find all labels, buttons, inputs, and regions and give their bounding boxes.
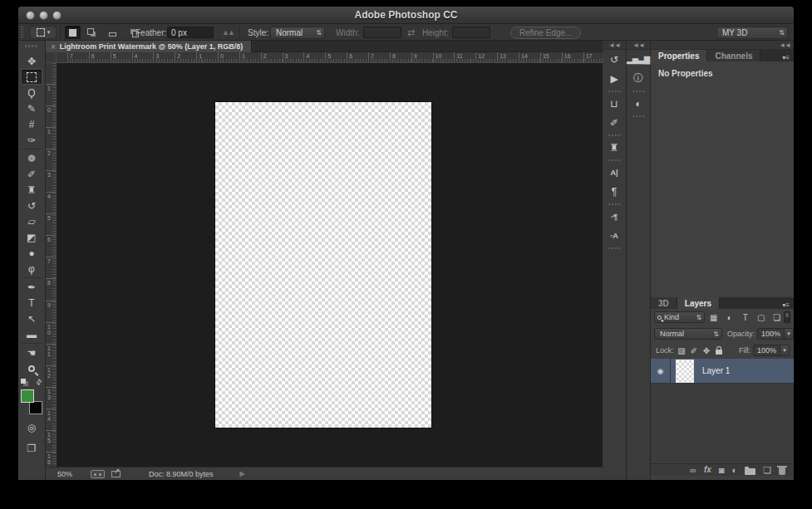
layer-row[interactable]: ◉Layer 1 [651, 359, 794, 384]
title-bar[interactable]: Adobe Photoshop CC [18, 7, 794, 24]
filter-smart-objects-icon[interactable]: ❏ [770, 311, 784, 323]
dock-column-1-header[interactable]: ◄◄ [603, 41, 626, 50]
options-bar-grip[interactable] [21, 27, 23, 38]
brush-tool[interactable]: ✐ [21, 166, 42, 182]
dock-group-grip[interactable] [603, 88, 626, 94]
shape-tool[interactable]: ▬ [21, 326, 42, 342]
fill-field[interactable]: 100% ▼ [753, 345, 790, 356]
dock-group-grip[interactable] [603, 201, 626, 207]
filter-type-layers-icon[interactable]: T [738, 311, 752, 323]
blend-mode-dropdown[interactable]: Normal ⇅ [654, 328, 722, 340]
layer-name[interactable]: Layer 1 [702, 366, 730, 375]
new-layer-icon[interactable]: ❏ [763, 466, 771, 475]
chevron-down-icon[interactable]: ▼ [784, 329, 793, 339]
background-color-swatch[interactable] [29, 401, 42, 414]
eraser-tool[interactable]: ▱ [21, 213, 42, 229]
dock-group-grip[interactable] [603, 157, 626, 163]
lock-all-icon[interactable] [713, 345, 726, 356]
layer-filter-toggle[interactable] [784, 311, 790, 323]
document-tab[interactable]: × Lightroom Print Watermark @ 50% (Layer… [46, 41, 252, 52]
histogram-panel-icon[interactable]: ▂▅▃▇ [627, 50, 650, 69]
history-brush-tool[interactable]: ↺ [21, 198, 42, 213]
tab-properties[interactable]: Properties [651, 50, 707, 61]
delete-layer-icon[interactable] [779, 465, 785, 475]
canvas[interactable] [215, 102, 431, 428]
foreground-color-swatch[interactable] [21, 389, 34, 403]
dock-group-grip[interactable] [603, 132, 626, 138]
quick-mask-button[interactable]: ◎ [21, 419, 42, 435]
add-to-selection-button[interactable] [85, 26, 101, 39]
dock-column-2-header[interactable]: ◄◄ [627, 41, 650, 50]
toolbar-grip[interactable] [25, 45, 38, 47]
lock-position-icon[interactable]: ✥ [701, 345, 713, 356]
camera-status-icon[interactable] [91, 470, 105, 478]
tab-3d[interactable]: 3D [651, 297, 677, 309]
healing-brush-tool[interactable]: ❁ [21, 150, 42, 166]
pen-tool[interactable]: ✒ [21, 279, 42, 295]
add-layer-mask-icon[interactable]: ◙ [719, 466, 725, 475]
tab-channels[interactable]: Channels [707, 50, 760, 61]
type-tool[interactable]: T [21, 295, 42, 311]
new-selection-button[interactable] [65, 26, 81, 39]
brush-presets-panel-icon[interactable]: ⊔ [603, 94, 626, 113]
tab-layers[interactable]: Layers [677, 297, 720, 309]
panel-menu-icon[interactable]: ▾≡ [782, 54, 794, 61]
link-layers-icon[interactable]: ∞ [690, 466, 696, 475]
layer-effects-icon[interactable]: fx [704, 466, 711, 474]
rectangular-marquee-tool[interactable] [21, 69, 42, 85]
workspace-dropdown[interactable]: MY 3D ⇅ [716, 24, 788, 41]
info-panel-icon[interactable]: ⓘ [627, 69, 650, 88]
canvas-viewport[interactable] [57, 63, 603, 467]
layer-thumbnail[interactable] [676, 360, 694, 383]
new-group-icon[interactable] [745, 466, 755, 475]
panel-menu-icon[interactable]: ▾≡ [782, 301, 794, 309]
ruler-corner[interactable] [46, 52, 57, 63]
move-tool[interactable]: ✥ [21, 53, 42, 69]
gradient-tool[interactable]: ◩ [21, 229, 42, 245]
swap-colors-icon[interactable]: ⇄ [34, 377, 44, 387]
close-icon[interactable]: × [51, 42, 56, 51]
lasso-tool[interactable]: Ϙ [21, 85, 42, 100]
path-selection-tool[interactable]: ↖ [21, 311, 42, 326]
width-input[interactable] [363, 27, 401, 38]
brush-settings-panel-icon[interactable]: ✐ [603, 113, 626, 132]
dodge-tool[interactable]: φ [21, 261, 42, 277]
panel-dock-header[interactable]: ◄◄ [651, 41, 794, 50]
character-panel-icon[interactable]: A| [603, 163, 626, 182]
quick-selection-tool[interactable]: ✎ [21, 100, 42, 116]
refine-edge-button[interactable]: Refine Edge... [510, 27, 581, 39]
lock-transparency-icon[interactable]: ▨ [676, 345, 688, 356]
opacity-field[interactable]: 100% ▼ [757, 328, 794, 340]
filter-shape-layers-icon[interactable]: ▢ [754, 311, 768, 323]
character-styles-panel-icon[interactable]: ▫¶ [603, 207, 626, 226]
clone-source-panel-icon[interactable]: ♜ [603, 138, 626, 157]
blur-tool[interactable]: ● [21, 245, 42, 261]
filter-pixel-layers-icon[interactable]: ▦ [706, 311, 721, 323]
vertical-ruler[interactable]: 1012345678910111213141516 [46, 63, 57, 467]
adjustments-panel-icon[interactable]: ◐ [627, 94, 650, 113]
dock-group-grip[interactable] [603, 245, 626, 251]
chevron-down-icon[interactable]: ▼ [780, 345, 789, 355]
document-size[interactable]: Doc: 8.90M/0 bytes [149, 470, 214, 478]
horizontal-ruler[interactable]: 765432101234567891011121314151617 [57, 52, 603, 63]
height-input[interactable] [452, 27, 490, 38]
lock-paint-icon[interactable]: ✐ [688, 345, 701, 356]
zoom-level[interactable]: 50% [57, 470, 72, 478]
swap-dimensions-icon[interactable]: ⇄ [407, 27, 415, 38]
paragraph-styles-panel-icon[interactable]: ▫A [603, 226, 626, 245]
clone-stamp-tool[interactable]: ♜ [21, 182, 42, 198]
tool-preset-picker[interactable]: ▾ [30, 24, 57, 41]
zoom-tool[interactable] [21, 360, 42, 376]
hand-tool[interactable]: ☚ [21, 345, 42, 360]
status-menu-arrow[interactable]: ▶ [240, 470, 245, 477]
dock-group-grip[interactable] [627, 113, 650, 119]
share-status-icon[interactable]: ➚ [111, 471, 121, 477]
paragraph-panel-icon[interactable]: ¶ [603, 182, 626, 201]
filter-adjustment-layers-icon[interactable]: ◐ [722, 311, 736, 323]
actions-panel-icon[interactable]: ▶ [603, 69, 626, 88]
layer-filter-dropdown[interactable]: Kind ⇅ [654, 311, 705, 323]
crop-tool[interactable]: # [21, 116, 42, 132]
eyedropper-tool[interactable]: ✑ [21, 132, 42, 148]
layer-visibility-toggle[interactable]: ◉ [651, 359, 671, 383]
subtract-from-selection-button[interactable] [105, 26, 121, 39]
